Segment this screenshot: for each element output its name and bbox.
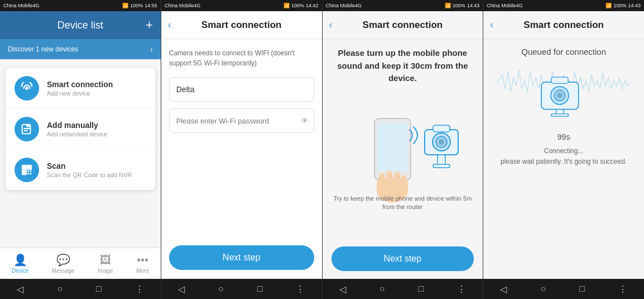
svg-rect-14 (377, 123, 408, 170)
nav-more[interactable]: ••• More (136, 254, 149, 274)
back-button-2[interactable]: ‹ (168, 19, 171, 31)
panel4-body: Queued for connection 99s Connecting... … (483, 39, 644, 279)
panel3-tip: Try to keep the mobile phone and device … (331, 194, 474, 212)
svg-rect-11 (30, 173, 32, 175)
panel2-smart-connection: China Mobile4G 📶 100% 14:42 ‹ Smart conn… (161, 0, 323, 299)
bottom-nav-1: 👤 Device 💬 Message 🖼 Image ••• More (0, 248, 161, 279)
panel3-header: ‹ Smart connection (323, 11, 483, 39)
recent-button-4[interactable]: □ (579, 284, 585, 294)
time-3: 14:43 (467, 3, 480, 8)
signal-icon-4: 📶 (605, 3, 612, 8)
nav-device[interactable]: 👤 Device (12, 253, 29, 274)
qr-icon-bg (15, 158, 39, 182)
wifi-password-input[interactable] (169, 108, 314, 133)
menu-button-1[interactable]: ⋮ (135, 284, 144, 295)
add-device-button[interactable]: + (146, 18, 153, 32)
svg-rect-25 (433, 125, 450, 132)
panel4-title: Smart connection (523, 20, 604, 31)
panel1-device-list: China Mobile4G 📶 100% 14:55 Device list … (0, 0, 161, 299)
svg-rect-32 (551, 77, 568, 84)
svg-rect-5 (23, 167, 26, 169)
more-nav-icon: ••• (137, 254, 148, 267)
home-button-2[interactable]: ○ (218, 284, 224, 294)
nav-message[interactable]: 💬 Message (52, 253, 75, 274)
discover-bar[interactable]: Discover 1 new devices › (0, 39, 161, 59)
svg-rect-9 (30, 170, 32, 172)
panel3-instruction: Please turn up the mobile phone sound an… (331, 47, 474, 85)
carrier-3: China Mobile4G (326, 3, 362, 8)
nav-image[interactable]: 🖼 Image (98, 254, 113, 274)
status-icons-2: 📶 100% 14:42 (283, 3, 319, 8)
back-button-android-3[interactable]: ◁ (339, 284, 346, 295)
svg-rect-7 (23, 172, 26, 174)
panel4-header: ‹ Smart connection (483, 11, 644, 39)
show-password-icon[interactable]: 👁 (301, 116, 309, 125)
next-step-button-3[interactable]: Next step (331, 246, 474, 271)
carrier-1: China Mobile4G (3, 3, 40, 8)
back-button-android-2[interactable]: ◁ (178, 284, 185, 295)
android-nav-1: ◁ ○ □ ⋮ (0, 279, 161, 299)
back-button-4[interactable]: ‹ (490, 19, 493, 31)
smart-connection-item[interactable]: Smart connection Add new device (6, 68, 155, 109)
android-nav-4: ◁ ○ □ ⋮ (483, 279, 644, 299)
home-button-1[interactable]: ○ (57, 284, 63, 294)
nav-message-label: Message (52, 268, 75, 274)
recent-button-2[interactable]: □ (257, 284, 263, 294)
message-nav-icon: 💬 (56, 253, 70, 267)
discover-text: Discover 1 new devices (8, 45, 78, 53)
battery-2: 100% (291, 3, 304, 8)
recent-button-3[interactable]: □ (418, 284, 424, 294)
scan-sub: Scan the QR Code to add NVR (47, 172, 132, 178)
home-button-3[interactable]: ○ (379, 284, 385, 294)
menu-button-3[interactable]: ⋮ (457, 284, 466, 295)
status-bar-4: China Mobile4G 📶 100% 14:43 (483, 0, 644, 11)
time-1: 14:55 (145, 3, 157, 8)
android-nav-2: ◁ ○ □ ⋮ (161, 279, 322, 299)
nav-image-label: Image (98, 268, 113, 274)
scan-text: Scan Scan the QR Code to add NVR (47, 162, 132, 178)
svg-point-31 (558, 93, 563, 98)
panel3-title: Smart connection (363, 20, 443, 31)
scan-item[interactable]: Scan Scan the QR Code to add NVR (6, 150, 155, 190)
signal-icon: 📶 (122, 3, 128, 8)
panel4-queued: China Mobile4G 📶 100% 14:43 ‹ Smart conn… (483, 0, 644, 299)
status-icons-3: 📶 100% 14:43 (445, 3, 480, 8)
time-2: 14:42 (306, 3, 319, 8)
status-bar-1: China Mobile4G 📶 100% 14:55 (0, 0, 161, 11)
nav-device-label: Device (12, 268, 29, 274)
recent-button-1[interactable]: □ (96, 284, 102, 294)
svg-rect-20 (401, 175, 406, 184)
svg-rect-17 (379, 173, 385, 186)
queued-title: Queued for connection (521, 47, 606, 56)
smart-connection-text: Smart connection Add new device (47, 80, 113, 97)
wifi-icon-bg (15, 76, 39, 101)
svg-rect-6 (28, 167, 31, 169)
wifi-name-input[interactable] (169, 77, 314, 102)
svg-rect-18 (387, 171, 392, 183)
panel2-header: ‹ Smart connection (161, 11, 322, 39)
image-nav-icon: 🖼 (100, 254, 111, 267)
edit-icon-bg (15, 117, 39, 141)
svg-point-24 (439, 139, 444, 145)
scan-title: Scan (47, 162, 132, 170)
timer-display: 99s (558, 132, 570, 141)
status-icons-4: 📶 100% 14:43 (605, 3, 641, 8)
menu-button-2[interactable]: ⋮ (296, 284, 305, 295)
svg-rect-27 (433, 164, 450, 168)
add-manually-item[interactable]: Add manually Add networked device (6, 109, 155, 150)
next-step-button-2[interactable]: Next step (169, 245, 314, 270)
home-button-4[interactable]: ○ (540, 284, 546, 294)
panel2-title: Smart connection (201, 20, 282, 31)
panel1-title: Device list (57, 20, 103, 31)
status-icons-1: 📶 100% 14:55 (122, 3, 157, 8)
smart-connection-sub: Add new device (47, 90, 113, 97)
back-button-3[interactable]: ‹ (329, 19, 333, 31)
back-button-1[interactable]: ◁ (17, 284, 23, 295)
add-device-menu: Smart connection Add new device Add manu… (6, 68, 155, 190)
carrier-2: China Mobile4G (165, 3, 201, 8)
status-bar-3: China Mobile4G 📶 100% 14:43 (323, 0, 483, 11)
panel2-form: Camera needs to connect to WIFI (doesn't… (169, 48, 314, 270)
add-manually-sub: Add networked device (47, 131, 107, 137)
menu-button-4[interactable]: ⋮ (618, 284, 627, 295)
back-button-android-4[interactable]: ◁ (500, 284, 507, 295)
